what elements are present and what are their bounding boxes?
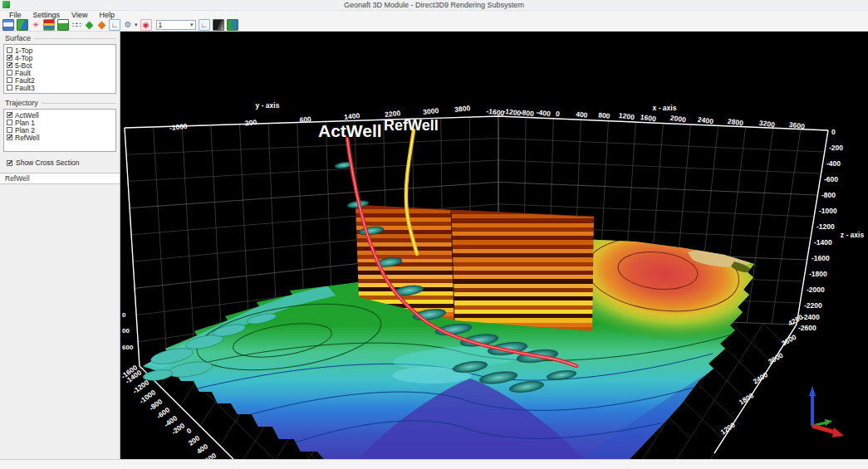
svg-text:-600: -600 bbox=[824, 175, 838, 183]
contrast-icon[interactable] bbox=[213, 19, 224, 31]
surface-section-title: Surface bbox=[5, 34, 31, 42]
actwell-label: ActWell bbox=[318, 121, 382, 140]
show-cross-section-label: Show Cross Section bbox=[16, 159, 80, 167]
selected-trajectory-bar[interactable]: RefWell bbox=[0, 173, 120, 184]
surface-section-header: Surface bbox=[5, 34, 116, 42]
svg-text:-400: -400 bbox=[826, 159, 841, 168]
trajectory-list[interactable]: ✔ActWellPlan 1Plan 2✔RefWell bbox=[3, 109, 116, 152]
orange-gem-icon[interactable] bbox=[96, 20, 106, 30]
chevron-down-icon[interactable]: ▾ bbox=[190, 22, 194, 28]
angle-tool-icon-2[interactable] bbox=[199, 19, 210, 31]
surface-label: Fault3 bbox=[15, 84, 35, 92]
trajectory-label: RefWell bbox=[15, 134, 40, 142]
svg-text:800: 800 bbox=[598, 110, 611, 120]
svg-text:-1200: -1200 bbox=[817, 222, 835, 231]
save-icon[interactable] bbox=[2, 19, 14, 31]
selected-trajectory-label: RefWell bbox=[5, 174, 30, 183]
surface-list[interactable]: 1-Top✔4-Top✔5-BotFaultFault2Fault3 bbox=[3, 44, 116, 94]
svg-text:-2000: -2000 bbox=[807, 286, 825, 294]
surface-checkbox[interactable]: ✔ bbox=[7, 62, 12, 68]
surface-checkbox[interactable] bbox=[7, 47, 12, 53]
svg-text:-200: -200 bbox=[829, 144, 843, 152]
svg-text:600: 600 bbox=[299, 115, 311, 124]
surface-item-fault3[interactable]: Fault3 bbox=[4, 84, 115, 91]
window-title: Geonaft 3D Module - Direct3D9 Rendering … bbox=[0, 1, 868, 9]
svg-text:2200: 2200 bbox=[385, 109, 401, 119]
surface-checkbox[interactable] bbox=[7, 77, 12, 83]
well-marker-icon[interactable] bbox=[31, 20, 41, 30]
svg-text:-2400: -2400 bbox=[802, 313, 820, 321]
svg-text:3000: 3000 bbox=[423, 106, 439, 116]
svg-text:-400: -400 bbox=[536, 108, 551, 118]
svg-text:-200: -200 bbox=[243, 118, 257, 128]
show-cross-section-checkbox[interactable]: ✔ bbox=[7, 160, 12, 166]
svg-text:0: 0 bbox=[122, 311, 126, 319]
menu-file[interactable]: File bbox=[3, 11, 27, 19]
settings-gear-icon[interactable] bbox=[123, 20, 133, 30]
svg-text:400: 400 bbox=[576, 110, 589, 120]
menu-bar: FileSettingsViewHelp bbox=[0, 11, 868, 19]
svg-text:-800: -800 bbox=[519, 108, 534, 118]
svg-text:-2600: -2600 bbox=[798, 324, 817, 332]
svg-text:-1400: -1400 bbox=[814, 238, 832, 247]
surface-checkbox[interactable] bbox=[7, 70, 12, 76]
surface-checkbox[interactable]: ✔ bbox=[7, 55, 12, 61]
trajectory-checkbox[interactable]: ✔ bbox=[7, 112, 12, 118]
trajectory-checkbox[interactable] bbox=[7, 127, 12, 133]
image-export-icon[interactable] bbox=[17, 19, 28, 31]
trajectory-item-refwell[interactable]: ✔RefWell bbox=[4, 134, 115, 141]
refwell-label: RefWell bbox=[384, 117, 439, 134]
y-axis-title: y - axis bbox=[256, 101, 280, 110]
chart-icon[interactable] bbox=[57, 19, 69, 31]
svg-text:-1000: -1000 bbox=[819, 207, 837, 215]
layers-icon[interactable] bbox=[43, 19, 55, 31]
trajectory-checkbox[interactable]: ✔ bbox=[7, 134, 12, 140]
target-icon[interactable] bbox=[140, 19, 152, 31]
svg-text:-1800: -1800 bbox=[809, 270, 827, 278]
svg-text:600: 600 bbox=[122, 344, 134, 351]
status-bar bbox=[0, 459, 868, 469]
fit-view-icon[interactable] bbox=[71, 20, 81, 30]
svg-text:1400: 1400 bbox=[344, 111, 360, 121]
svg-text:-2200: -2200 bbox=[804, 301, 822, 310]
scale-value: 1 bbox=[159, 21, 163, 29]
title-bar: Geonaft 3D Module - Direct3D9 Rendering … bbox=[0, 0, 868, 11]
sidebar: Surface 1-Top✔4-Top✔5-BotFaultFault2Faul… bbox=[0, 32, 120, 459]
trajectory-section-header: Trajectory bbox=[5, 99, 116, 107]
svg-text:3800: 3800 bbox=[454, 104, 471, 114]
trajectory-section-title: Trajectory bbox=[5, 99, 38, 107]
menu-view[interactable]: View bbox=[66, 11, 93, 19]
scale-combobox[interactable]: 1▾ bbox=[156, 20, 196, 30]
menu-help[interactable]: Help bbox=[93, 11, 120, 19]
svg-text:0: 0 bbox=[831, 128, 836, 136]
x-axis-title: x - axis bbox=[653, 104, 677, 112]
toolbar: ▾1▾ bbox=[0, 19, 868, 32]
app-window: Geonaft 3D Module - Direct3D9 Rendering … bbox=[0, 0, 868, 469]
gear-dropdown-caret[interactable]: ▾ bbox=[135, 22, 138, 28]
z-axis-title: z - axis bbox=[841, 231, 865, 239]
surface-view-icon[interactable] bbox=[227, 19, 238, 31]
app-icon bbox=[2, 1, 10, 8]
angle-tool-icon[interactable] bbox=[109, 19, 120, 31]
svg-text:-1600: -1600 bbox=[812, 254, 830, 262]
main-area: Surface 1-Top✔4-Top✔5-BotFaultFault2Faul… bbox=[0, 32, 868, 459]
show-cross-section-row[interactable]: ✔ Show Cross Section bbox=[7, 159, 120, 167]
viewport: ActWell RefWell y - axis x - axis z - ax… bbox=[120, 32, 868, 459]
3d-scene[interactable]: ActWell RefWell y - axis x - axis z - ax… bbox=[120, 32, 868, 459]
surface-checkbox[interactable] bbox=[7, 85, 12, 90]
menu-settings[interactable]: Settings bbox=[27, 11, 66, 19]
svg-text:00: 00 bbox=[122, 327, 130, 335]
svg-text:-800: -800 bbox=[821, 191, 836, 199]
green-gem-icon[interactable] bbox=[84, 20, 94, 30]
trajectory-checkbox[interactable] bbox=[7, 120, 12, 125]
